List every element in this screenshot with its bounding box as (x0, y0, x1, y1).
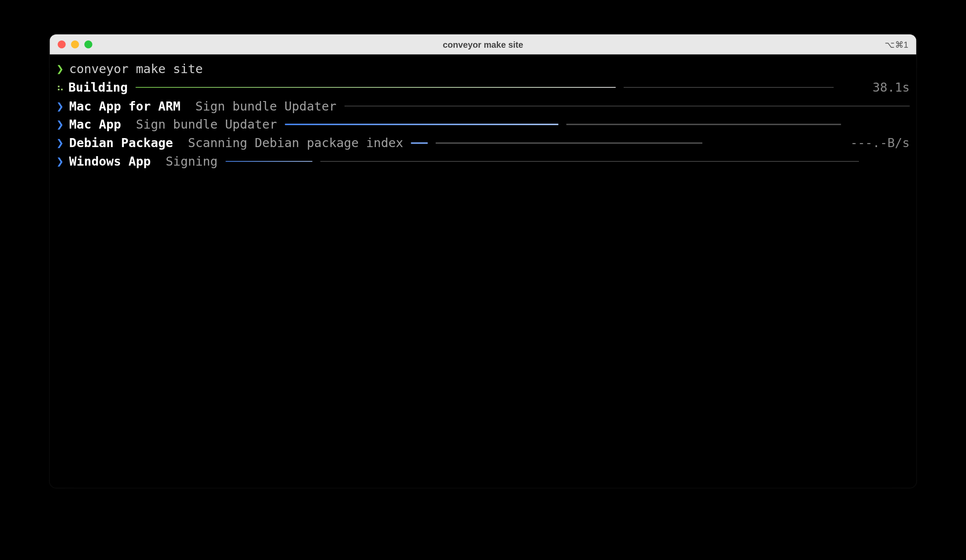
chevron-right-icon: ❯ (56, 115, 64, 134)
building-time: 38.1s (873, 78, 910, 97)
building-bar-1 (136, 87, 616, 88)
task-bar-2 (320, 161, 859, 162)
task-progress (345, 105, 910, 106)
spinner-icon: ⠦ (56, 80, 63, 95)
building-progress (136, 87, 866, 88)
building-line: ⠦ Building 38.1s (56, 78, 910, 97)
building-label: Building (68, 78, 128, 97)
task-bar-2 (566, 124, 841, 125)
prompt-chevron-icon: ❯ (56, 60, 64, 78)
task-name: Mac App (69, 115, 121, 134)
window-title: conveyor make site (443, 40, 523, 49)
chevron-right-icon: ❯ (56, 97, 64, 115)
task-bar-1 (226, 161, 312, 162)
maximize-button[interactable] (84, 40, 92, 49)
terminal-window: conveyor make site ⌥⌘1 ❯ conveyor make s… (50, 34, 917, 488)
close-button[interactable] (58, 40, 66, 49)
terminal-body[interactable]: ❯ conveyor make site ⠦ Building (50, 55, 917, 488)
task-progress (226, 161, 910, 162)
task-bar-2 (436, 142, 703, 143)
task-progress (285, 124, 910, 125)
minimize-button[interactable] (71, 40, 79, 49)
task-progress (411, 142, 843, 143)
command-text: conveyor make site (69, 60, 203, 78)
window-shortcut: ⌥⌘1 (885, 40, 908, 49)
building-bar-2 (624, 87, 834, 88)
task-bar-1 (285, 124, 559, 125)
task-bar-1 (345, 105, 910, 106)
titlebar[interactable]: conveyor make site ⌥⌘1 (50, 34, 917, 55)
traffic-lights (58, 40, 92, 49)
prompt-line: ❯ conveyor make site (56, 60, 910, 78)
chevron-right-icon: ❯ (56, 152, 64, 171)
task-bar-1 (411, 142, 428, 143)
task-rate: ---.-B/s (850, 134, 910, 152)
chevron-right-icon: ❯ (56, 134, 64, 152)
